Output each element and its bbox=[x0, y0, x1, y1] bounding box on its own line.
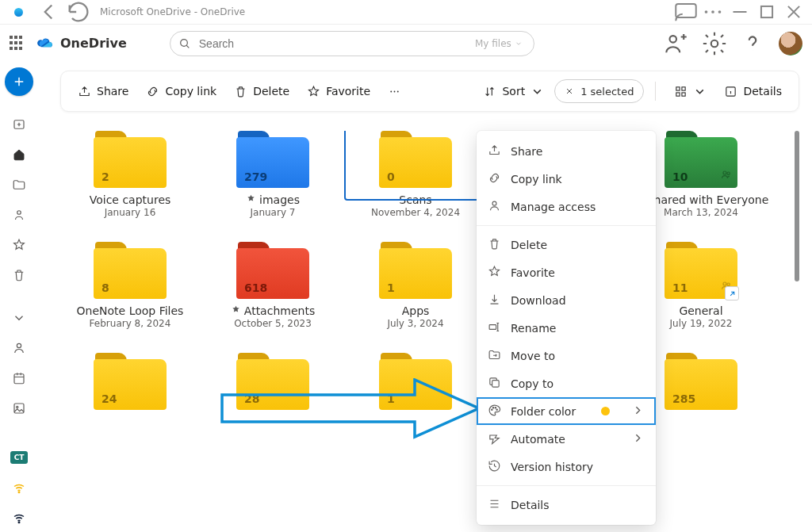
history-icon bbox=[488, 459, 501, 475]
menu-item-label: Download bbox=[511, 294, 566, 307]
folder-item[interactable]: 8 OneNote Loop Files February 8, 2024 bbox=[60, 242, 200, 329]
folder-icon: 1 bbox=[379, 353, 452, 410]
menu-item-version history[interactable]: Version history bbox=[477, 453, 656, 480]
refresh-button[interactable] bbox=[65, 0, 92, 24]
menu-item-folder color[interactable]: Folder color bbox=[477, 397, 656, 425]
maximize-button[interactable] bbox=[753, 0, 780, 25]
menu-item-label: Copy to bbox=[511, 377, 553, 390]
help-icon[interactable] bbox=[739, 30, 766, 57]
folder-name: Apps bbox=[402, 304, 430, 318]
svg-rect-21 bbox=[676, 92, 680, 95]
nav-wifi-icon[interactable] bbox=[3, 473, 35, 502]
menu-item-automate[interactable]: Automate bbox=[477, 425, 656, 453]
menu-item-rename[interactable]: Rename bbox=[477, 314, 656, 342]
nav-ct-badge[interactable]: CT bbox=[3, 443, 35, 472]
menu-item-share[interactable]: Share bbox=[477, 137, 656, 165]
svg-point-5 bbox=[180, 39, 187, 46]
item-count: 10 bbox=[672, 170, 688, 183]
nav-files-icon[interactable] bbox=[3, 170, 35, 199]
more-button[interactable] bbox=[381, 77, 408, 105]
svg-point-2 bbox=[711, 10, 714, 13]
folder-item[interactable]: 1 bbox=[346, 353, 485, 429]
nav-meetings-icon[interactable] bbox=[3, 364, 35, 392]
folder-icon: 28 bbox=[236, 353, 309, 410]
svg-point-9 bbox=[17, 211, 21, 215]
svg-point-13 bbox=[17, 406, 18, 408]
minimize-button[interactable] bbox=[726, 0, 753, 25]
folder-item[interactable]: 24 bbox=[60, 353, 200, 429]
menu-item-manage access[interactable]: Manage access bbox=[477, 193, 656, 220]
avatar[interactable] bbox=[777, 30, 804, 57]
folder-name: Voice captures bbox=[90, 193, 171, 207]
star-icon bbox=[231, 304, 241, 317]
folder-icon: 279 bbox=[236, 131, 309, 188]
menu-item-details[interactable]: Details bbox=[477, 491, 656, 519]
cast-icon[interactable] bbox=[672, 0, 699, 25]
folder-item[interactable]: 618 Attachments October 5, 2023 bbox=[203, 242, 343, 329]
view-button[interactable] bbox=[667, 77, 714, 105]
menu-item-favorite[interactable]: Favorite bbox=[477, 258, 656, 286]
nav-wifi2-icon[interactable] bbox=[3, 503, 35, 532]
clear-selection-icon[interactable] bbox=[565, 86, 574, 96]
svg-point-7 bbox=[711, 40, 718, 47]
svg-point-3 bbox=[718, 10, 722, 13]
scrollbar-thumb[interactable] bbox=[795, 131, 799, 281]
add-button[interactable] bbox=[5, 67, 33, 96]
share-button[interactable]: Share bbox=[71, 77, 136, 105]
star-icon bbox=[488, 265, 501, 281]
brand: OneDrive bbox=[36, 36, 127, 51]
svg-point-17 bbox=[394, 90, 396, 92]
menu-item-delete[interactable]: Delete bbox=[477, 231, 656, 258]
chevron-right-icon bbox=[631, 404, 645, 419]
nav-expand-icon[interactable] bbox=[3, 304, 35, 332]
menu-item-copy link[interactable]: Copy link bbox=[477, 165, 656, 193]
nav-people-icon[interactable] bbox=[3, 334, 35, 362]
nav-home-icon[interactable] bbox=[3, 140, 35, 169]
menu-item-label: Delete bbox=[511, 239, 547, 251]
search-bar[interactable]: My files bbox=[170, 31, 534, 56]
sort-button[interactable]: Sort bbox=[476, 77, 551, 105]
svg-point-34 bbox=[496, 409, 497, 410]
more-icon[interactable] bbox=[699, 0, 726, 25]
back-button[interactable] bbox=[35, 0, 62, 24]
folder-item[interactable]: 2 Voice captures January 16 bbox=[60, 131, 200, 218]
menu-item-download[interactable]: Download bbox=[477, 286, 656, 314]
close-button[interactable] bbox=[780, 0, 807, 25]
chevron-down-icon bbox=[530, 85, 544, 98]
premium-icon[interactable] bbox=[663, 30, 690, 57]
app-launcher-icon[interactable] bbox=[10, 36, 25, 52]
folder-name: images bbox=[246, 193, 300, 207]
item-count: 2 bbox=[102, 170, 109, 183]
nav-media-icon[interactable] bbox=[3, 394, 35, 423]
nav-recycle-icon[interactable] bbox=[3, 261, 35, 289]
item-count: 1 bbox=[387, 281, 395, 294]
nav-favorites-icon[interactable] bbox=[3, 231, 35, 259]
folder-icon: 0 bbox=[379, 131, 452, 188]
context-menu[interactable]: Share Copy link Manage access Delete Fav… bbox=[477, 131, 656, 525]
svg-rect-30 bbox=[492, 380, 500, 387]
folder-icon: 10 bbox=[665, 131, 737, 188]
settings-icon[interactable] bbox=[701, 30, 728, 57]
menu-item-copy to[interactable]: Copy to bbox=[477, 369, 656, 397]
favorite-button[interactable]: Favorite bbox=[300, 77, 377, 105]
folder-item[interactable]: 1 Apps July 3, 2024 bbox=[346, 242, 485, 329]
share-icon bbox=[488, 144, 501, 159]
folder-icon: 11 bbox=[665, 242, 737, 299]
window-title: Microsoft OneDrive - OneDrive bbox=[100, 6, 669, 17]
selection-pill[interactable]: 1 selected bbox=[554, 79, 644, 103]
folder-name: Attachments bbox=[231, 304, 315, 318]
folder-item[interactable]: 0 Scans November 4, 2024 bbox=[346, 131, 485, 218]
nav-add-to-onedrive-icon[interactable] bbox=[3, 110, 35, 139]
details-button[interactable]: Details bbox=[717, 77, 789, 105]
folder-date: July 19, 2022 bbox=[670, 318, 733, 329]
delete-button[interactable]: Delete bbox=[227, 77, 297, 105]
search-input[interactable] bbox=[197, 32, 469, 55]
copylink-button[interactable]: Copy link bbox=[139, 77, 224, 105]
folder-item[interactable]: 279 images January 7 bbox=[203, 131, 343, 218]
folder-item[interactable]: 28 bbox=[203, 353, 343, 429]
nav-shared-icon[interactable] bbox=[3, 201, 35, 229]
trash-icon bbox=[488, 237, 501, 253]
menu-item-move to[interactable]: Move to bbox=[477, 342, 656, 369]
svg-rect-22 bbox=[682, 92, 685, 95]
search-scope-label[interactable]: My files bbox=[475, 38, 526, 49]
